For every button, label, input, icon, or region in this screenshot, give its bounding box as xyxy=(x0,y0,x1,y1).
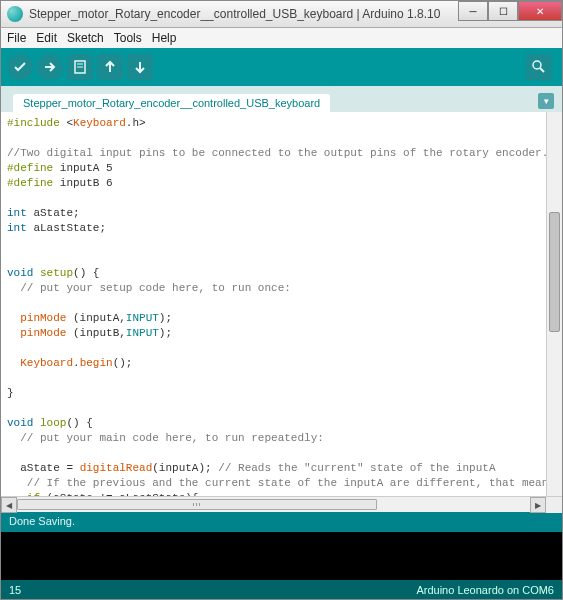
new-button[interactable] xyxy=(67,54,93,80)
window-titlebar: Stepper_motor_Rotary_encoder__controlled… xyxy=(0,0,563,28)
arrow-down-icon xyxy=(132,59,148,75)
menubar: File Edit Sketch Tools Help xyxy=(0,28,563,48)
bottom-bar: 15 Arduino Leonardo on COM6 xyxy=(0,580,563,600)
menu-file[interactable]: File xyxy=(7,31,26,45)
serial-monitor-icon xyxy=(531,59,547,75)
hscroll-thumb[interactable] xyxy=(17,499,377,510)
code-editor[interactable]: #include <Keyboard.h> //Two digital inpu… xyxy=(1,112,562,496)
vertical-scrollbar[interactable] xyxy=(546,112,562,496)
hscroll-grip-icon xyxy=(193,503,201,506)
line-number: 15 xyxy=(9,584,21,596)
window-title: Stepper_motor_Rotary_encoder__controlled… xyxy=(29,7,458,21)
hscroll-right-button[interactable]: ▶ xyxy=(530,497,546,513)
serial-monitor-button[interactable] xyxy=(526,54,552,80)
menu-tools[interactable]: Tools xyxy=(114,31,142,45)
menu-help[interactable]: Help xyxy=(152,31,177,45)
scrollbar-corner xyxy=(546,497,562,513)
save-button[interactable] xyxy=(127,54,153,80)
editor-area: #include <Keyboard.h> //Two digital inpu… xyxy=(0,112,563,512)
vertical-scrollbar-thumb[interactable] xyxy=(549,212,560,332)
status-bar: Done Saving. xyxy=(0,512,563,532)
close-button[interactable]: ✕ xyxy=(518,1,562,21)
file-icon xyxy=(72,59,88,75)
maximize-button[interactable]: ☐ xyxy=(488,1,518,21)
board-port: Arduino Leonardo on COM6 xyxy=(416,584,554,596)
svg-point-1 xyxy=(533,61,541,69)
horizontal-scrollbar[interactable]: ◀ ▶ xyxy=(1,496,562,512)
menu-sketch[interactable]: Sketch xyxy=(67,31,104,45)
check-icon xyxy=(12,59,28,75)
arduino-app-icon xyxy=(7,6,23,22)
menu-edit[interactable]: Edit xyxy=(36,31,57,45)
toolbar xyxy=(0,48,563,86)
upload-button[interactable] xyxy=(37,54,63,80)
arrow-up-icon xyxy=(102,59,118,75)
console-output[interactable] xyxy=(0,532,563,580)
hscroll-track[interactable] xyxy=(17,499,530,510)
arrow-right-icon xyxy=(42,59,58,75)
tab-main[interactable]: Stepper_motor_Rotary_encoder__controlled… xyxy=(13,94,330,112)
open-button[interactable] xyxy=(97,54,123,80)
tab-menu-button[interactable]: ▾ xyxy=(538,93,554,109)
status-message: Done Saving. xyxy=(9,515,75,527)
minimize-button[interactable]: ─ xyxy=(458,1,488,21)
hscroll-left-button[interactable]: ◀ xyxy=(1,497,17,513)
tabbar: Stepper_motor_Rotary_encoder__controlled… xyxy=(0,86,563,112)
verify-button[interactable] xyxy=(7,54,33,80)
